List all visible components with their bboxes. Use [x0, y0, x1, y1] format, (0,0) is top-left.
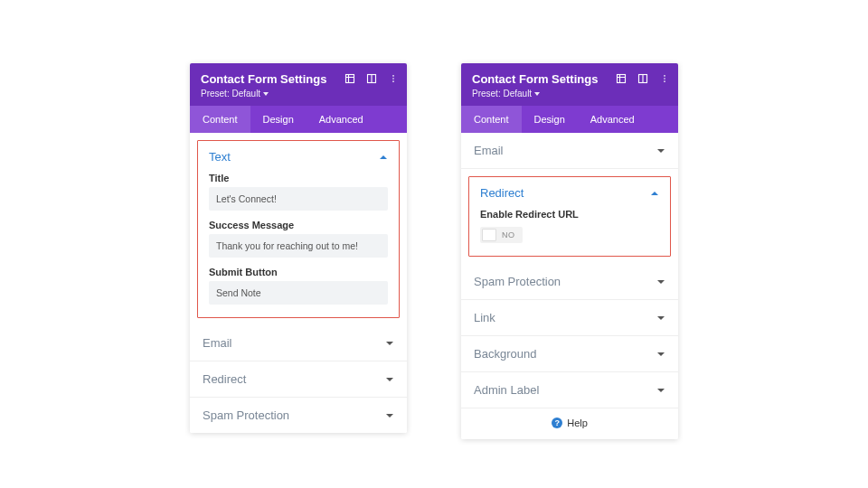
preset-dropdown[interactable]: Preset: Default — [201, 89, 396, 99]
svg-point-5 — [392, 80, 394, 82]
preset-dropdown[interactable]: Preset: Default — [472, 89, 667, 99]
highlighted-section: Redirect Enable Redirect URL NO — [468, 176, 671, 257]
tab-content[interactable]: Content — [461, 106, 522, 133]
toggle-knob — [482, 229, 496, 241]
panel-layout-icon[interactable] — [365, 72, 378, 85]
kebab-menu-icon[interactable] — [658, 72, 671, 85]
caret-down-icon — [263, 92, 269, 96]
tab-content[interactable]: Content — [190, 106, 250, 133]
success-label: Success Message — [209, 220, 388, 230]
enable-redirect-toggle[interactable]: NO — [480, 227, 523, 243]
caret-down-icon — [534, 92, 540, 96]
kebab-menu-icon[interactable] — [387, 72, 400, 85]
section-heading-label: Text — [209, 150, 231, 164]
submit-input[interactable] — [209, 281, 388, 305]
help-link[interactable]: ? Help — [461, 408, 678, 439]
preset-label: Preset: Default — [201, 89, 260, 99]
tab-design[interactable]: Design — [522, 106, 578, 133]
title-label: Title — [209, 173, 388, 183]
section-label: Link — [474, 311, 495, 324]
section-label: Spam Protection — [203, 408, 289, 422]
section-label: Spam Protection — [474, 275, 561, 288]
svg-rect-0 — [346, 75, 354, 83]
toggle-text: NO — [502, 230, 515, 239]
help-icon: ? — [552, 418, 562, 428]
svg-point-9 — [664, 75, 665, 77]
settings-panel-left: Contact Form Settings Preset: Default Co… — [190, 63, 407, 433]
chevron-down-icon — [385, 375, 394, 384]
section-label: Admin Label — [474, 383, 539, 397]
svg-point-10 — [664, 78, 665, 80]
section-email[interactable]: Email — [190, 325, 407, 361]
section-redirect[interactable]: Redirect — [190, 361, 407, 398]
enable-redirect-label: Enable Redirect URL — [480, 209, 659, 220]
section-background[interactable]: Background — [461, 336, 678, 372]
section-label: Email — [203, 336, 232, 350]
svg-point-4 — [392, 78, 394, 80]
section-heading-text[interactable]: Text — [209, 150, 388, 164]
section-admin-label[interactable]: Admin Label — [461, 372, 678, 408]
expand-icon[interactable] — [615, 72, 627, 85]
header-icons — [344, 72, 400, 85]
chevron-down-icon — [656, 146, 665, 155]
section-redirect: Redirect Enable Redirect URL NO — [469, 177, 670, 256]
section-text: Text Title Success Message Submit Button — [198, 141, 399, 317]
chevron-down-icon — [656, 350, 665, 359]
panel-body: Text Title Success Message Submit Button… — [190, 140, 407, 433]
section-heading-label: Redirect — [480, 186, 524, 200]
help-label: Help — [567, 418, 588, 428]
section-heading-redirect[interactable]: Redirect — [480, 186, 659, 200]
tabs: Content Design Advanced — [190, 106, 407, 133]
panel-layout-icon[interactable] — [637, 72, 649, 85]
tabs: Content Design Advanced — [461, 106, 678, 133]
chevron-down-icon — [385, 339, 394, 348]
panel-body: Email Redirect Enable Redirect URL NO Sp… — [461, 133, 678, 439]
tab-design[interactable]: Design — [250, 106, 307, 133]
tab-advanced[interactable]: Advanced — [307, 106, 376, 133]
chevron-up-icon — [650, 189, 659, 198]
submit-label: Submit Button — [209, 267, 388, 277]
expand-icon[interactable] — [344, 72, 356, 85]
section-spam[interactable]: Spam Protection — [190, 398, 407, 433]
panel-header: Contact Form Settings Preset: Default — [190, 63, 407, 106]
chevron-down-icon — [656, 386, 665, 395]
svg-point-3 — [392, 75, 394, 77]
tab-advanced[interactable]: Advanced — [578, 106, 647, 133]
header-icons — [615, 72, 671, 85]
title-input[interactable] — [209, 187, 388, 211]
chevron-down-icon — [656, 314, 665, 323]
svg-point-11 — [664, 80, 665, 82]
section-label: Background — [474, 347, 536, 361]
chevron-down-icon — [656, 277, 665, 286]
chevron-down-icon — [385, 411, 394, 420]
section-email[interactable]: Email — [461, 133, 678, 169]
section-spam[interactable]: Spam Protection — [461, 264, 678, 300]
preset-label: Preset: Default — [472, 89, 532, 99]
svg-rect-6 — [618, 75, 626, 83]
highlighted-section: Text Title Success Message Submit Button — [197, 140, 400, 318]
section-label: Email — [474, 144, 504, 157]
panel-header: Contact Form Settings Preset: Default — [461, 63, 678, 106]
success-input[interactable] — [209, 234, 388, 258]
chevron-up-icon — [379, 153, 388, 162]
section-label: Redirect — [203, 372, 246, 386]
settings-panel-right: Contact Form Settings Preset: Default Co… — [461, 63, 678, 439]
section-link[interactable]: Link — [461, 300, 678, 336]
